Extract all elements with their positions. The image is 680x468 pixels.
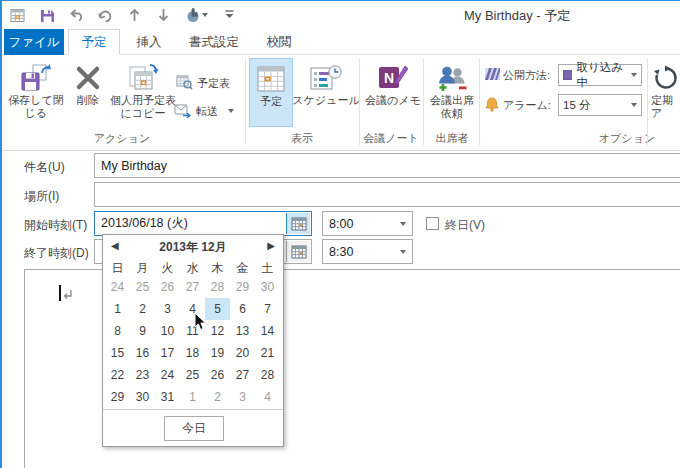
move-up-icon[interactable]: [124, 5, 144, 25]
day-cell[interactable]: 27: [180, 276, 205, 298]
day-cell[interactable]: 24: [155, 364, 180, 386]
day-cell[interactable]: 16: [130, 342, 155, 364]
show-as-select[interactable]: 取り込み中: [558, 64, 642, 86]
day-cell[interactable]: 26: [155, 276, 180, 298]
schedule-view-label: スケジュール: [292, 94, 359, 107]
start-date-picker-button[interactable]: [286, 213, 310, 234]
day-cell[interactable]: 17: [155, 342, 180, 364]
touch-mode-icon[interactable]: [182, 5, 210, 25]
end-date-picker-button[interactable]: [286, 241, 310, 262]
day-cell[interactable]: 29: [230, 276, 255, 298]
day-cell[interactable]: 2: [205, 386, 230, 408]
next-month-icon[interactable]: ▶: [267, 240, 275, 251]
day-cell[interactable]: 4: [255, 386, 280, 408]
day-cell[interactable]: 19: [205, 342, 230, 364]
tab-format[interactable]: 書式設定: [178, 29, 250, 55]
day-cell[interactable]: 21: [255, 342, 280, 364]
day-cell[interactable]: 28: [205, 276, 230, 298]
forward-dropdown-icon[interactable]: [228, 109, 234, 113]
start-time-dropdown-icon[interactable]: [400, 222, 406, 226]
day-cell[interactable]: 3: [155, 298, 180, 320]
schedule-view-button[interactable]: スケジュール: [294, 58, 358, 127]
day-cell[interactable]: 2: [130, 298, 155, 320]
day-cell[interactable]: 15: [105, 342, 130, 364]
delete-label: 削除: [77, 94, 99, 107]
redo-icon[interactable]: [95, 5, 115, 25]
invite-attendees-button[interactable]: 会議出席依頼: [426, 58, 478, 127]
day-cell[interactable]: 12: [205, 320, 230, 342]
tab-review[interactable]: 校閲: [254, 29, 304, 55]
show-as-icon: [485, 68, 500, 82]
weekday-label: 金: [230, 260, 255, 276]
tab-insert[interactable]: 挿入: [124, 29, 174, 55]
day-cell[interactable]: 7: [255, 298, 280, 320]
day-cell[interactable]: 30: [255, 276, 280, 298]
reminder-label: アラーム:: [503, 98, 551, 113]
reminder-value: 15 分: [563, 98, 591, 113]
save-icon[interactable]: [37, 5, 57, 25]
day-cell[interactable]: 26: [205, 364, 230, 386]
calendar-view-button[interactable]: 予定表: [176, 72, 230, 94]
forward-button[interactable]: 転送: [174, 100, 234, 122]
recurrence-button[interactable]: 定期 ア: [651, 58, 680, 127]
start-time-select[interactable]: 8:00: [322, 211, 413, 236]
day-cell[interactable]: 28: [255, 364, 280, 386]
day-cell[interactable]: 14: [255, 320, 280, 342]
day-cell[interactable]: 24: [105, 276, 130, 298]
touch-mode-dropdown-icon[interactable]: [202, 13, 208, 17]
day-cell[interactable]: 6: [230, 298, 255, 320]
day-cell[interactable]: 31: [155, 386, 180, 408]
today-button[interactable]: 今日: [164, 416, 224, 441]
tab-file[interactable]: ファイル: [4, 29, 64, 55]
date-picker-icon: [291, 245, 307, 259]
day-cell[interactable]: 10: [155, 320, 180, 342]
attendees-icon: [437, 61, 468, 94]
meeting-notes-button[interactable]: N 会議のメモ: [362, 58, 424, 127]
save-close-button[interactable]: 保存して閉じる: [7, 58, 65, 127]
day-cell[interactable]: 9: [130, 320, 155, 342]
day-cell[interactable]: 1: [180, 386, 205, 408]
reminder-dropdown-icon[interactable]: [631, 103, 637, 107]
ribbon-tab-bar: ファイル 予定 挿入 書式設定 校閲: [2, 29, 680, 55]
copy-to-personal-calendar-button[interactable]: 個人用予定表にコピー: [110, 58, 176, 127]
day-cell[interactable]: 25: [130, 276, 155, 298]
copy-calendar-icon: [127, 61, 159, 94]
calendar-view-label: 予定表: [197, 76, 230, 91]
start-date-input[interactable]: 2013/06/18 (火): [94, 211, 312, 236]
reminder-bell-icon: [485, 97, 499, 114]
subject-input[interactable]: My Birthday: [94, 153, 680, 178]
day-cell[interactable]: 1: [105, 298, 130, 320]
location-input[interactable]: [94, 182, 680, 207]
show-as-dropdown-icon[interactable]: [631, 73, 637, 77]
day-cell[interactable]: 29: [105, 386, 130, 408]
subject-label: 件名(U): [24, 159, 65, 176]
day-cell[interactable]: 3: [230, 386, 255, 408]
quick-access-toolbar: [8, 4, 239, 26]
day-cell[interactable]: 20: [230, 342, 255, 364]
reminder-select[interactable]: 15 分: [558, 94, 642, 116]
end-time-dropdown-icon[interactable]: [400, 250, 406, 254]
day-cell[interactable]: 18: [180, 342, 205, 364]
calendar-icon[interactable]: [8, 5, 28, 25]
day-cell[interactable]: 22: [105, 364, 130, 386]
appointment-view-button[interactable]: 予定: [249, 58, 293, 127]
day-cell[interactable]: 5: [205, 298, 230, 320]
end-time-select[interactable]: 8:30: [322, 239, 413, 264]
day-cell[interactable]: 27: [230, 364, 255, 386]
day-cell[interactable]: 13: [230, 320, 255, 342]
group-separator: [245, 58, 246, 145]
datepicker-header: ◀ 2013年 12月 ▶: [103, 239, 283, 257]
delete-button[interactable]: 削除: [67, 58, 109, 127]
day-cell[interactable]: 30: [130, 386, 155, 408]
day-cell[interactable]: 23: [130, 364, 155, 386]
tab-appointment[interactable]: 予定: [68, 29, 120, 55]
undo-icon[interactable]: [66, 5, 86, 25]
customize-toolbar-icon[interactable]: [219, 5, 239, 25]
datepicker-month-title: 2013年 12月: [103, 239, 283, 256]
delete-icon: [75, 61, 101, 94]
day-cell[interactable]: 8: [105, 320, 130, 342]
all-day-checkbox[interactable]: [426, 217, 439, 230]
day-cell[interactable]: 25: [180, 364, 205, 386]
move-down-icon[interactable]: [153, 5, 173, 25]
reminder-row: アラーム:: [485, 94, 551, 116]
